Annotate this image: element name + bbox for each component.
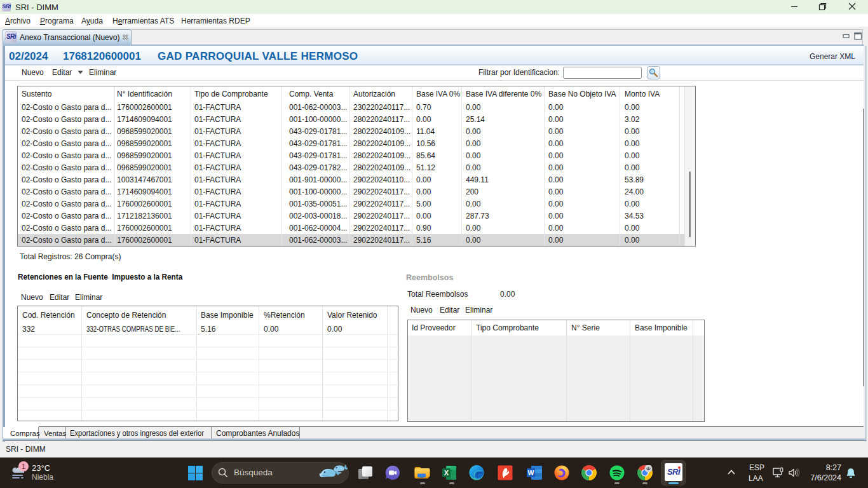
svg-text:W: W (528, 469, 534, 477)
svg-text:X: X (444, 469, 449, 477)
